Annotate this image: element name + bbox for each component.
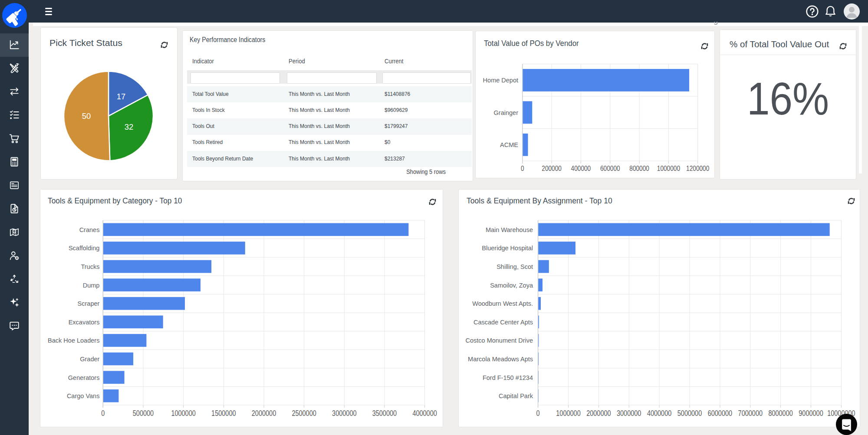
svg-text:9000000: 9000000 [799,409,823,418]
svg-text:5000000: 5000000 [677,409,702,418]
svg-text:2000000: 2000000 [586,409,611,418]
svg-text:2000000: 2000000 [252,409,276,418]
svg-text:3500000: 3500000 [372,409,397,418]
svg-text:Main Warehouse: Main Warehouse [486,226,533,233]
svg-text:Blueridge Hospital: Blueridge Hospital [482,245,533,252]
svg-text:Cranes: Cranes [79,226,100,233]
svg-text:0: 0 [521,164,524,173]
svg-text:Cargo Vans: Cargo Vans [67,392,100,399]
svg-text:1000000: 1000000 [171,409,195,418]
svg-text:2500000: 2500000 [292,409,316,418]
svg-text:Ford F-150 #1234: Ford F-150 #1234 [483,374,533,381]
svg-text:1200000: 1200000 [686,164,709,173]
svg-text:Marcola Meadows Apts: Marcola Meadows Apts [468,356,533,363]
svg-text:4000000: 4000000 [647,409,671,418]
svg-text:Scaffolding: Scaffolding [69,245,99,252]
svg-text:Grainger: Grainger [494,109,519,116]
svg-text:Cascade Center Apts: Cascade Center Apts [473,319,533,326]
svg-text:Trucks: Trucks [81,263,99,270]
svg-text:Back Hoe Loaders: Back Hoe Loaders [48,337,99,344]
svg-text:Samoilov, Zoya: Samoilov, Zoya [490,282,533,289]
svg-text:17: 17 [116,92,125,101]
svg-text:Generators: Generators [68,374,100,381]
svg-text:0: 0 [536,409,540,418]
svg-text:3000000: 3000000 [617,409,641,418]
svg-text:Shilling, Scot: Shilling, Scot [496,263,533,270]
svg-text:6000000: 6000000 [708,409,732,418]
svg-text:ACME: ACME [500,141,518,148]
svg-text:Costco Monument Drive: Costco Monument Drive [465,337,533,344]
svg-text:400000: 400000 [571,164,591,173]
svg-text:800000: 800000 [629,164,649,173]
svg-text:Home Depot: Home Depot [483,77,518,84]
svg-text:Dump: Dump [83,282,100,289]
svg-text:Scraper: Scraper [78,300,100,307]
svg-text:8000000: 8000000 [768,409,792,418]
svg-text:32: 32 [124,122,133,131]
svg-text:0: 0 [101,409,105,418]
svg-text:600000: 600000 [600,164,620,173]
svg-text:1000000: 1000000 [556,409,580,418]
svg-text:Capital Park: Capital Park [499,392,533,399]
svg-text:7000000: 7000000 [738,409,763,418]
svg-text:200000: 200000 [542,164,562,173]
svg-text:1000000: 1000000 [657,164,680,173]
svg-text:3000000: 3000000 [332,409,356,418]
svg-text:500000: 500000 [133,409,154,418]
svg-text:4000000: 4000000 [412,409,437,418]
svg-text:Woodburn West Apts.: Woodburn West Apts. [472,300,533,307]
svg-text:Grader: Grader [80,356,99,363]
svg-text:Excavators: Excavators [69,319,100,326]
svg-text:1500000: 1500000 [211,409,236,418]
svg-text:50: 50 [82,111,91,121]
